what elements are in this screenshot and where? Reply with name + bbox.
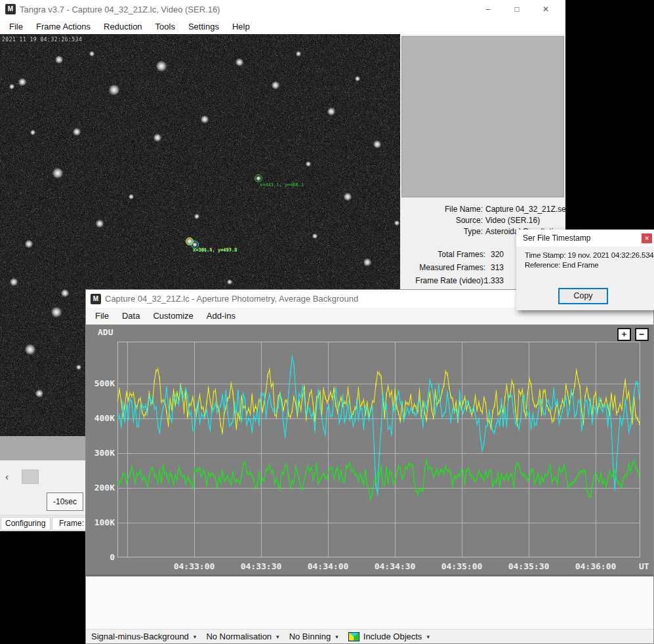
source-label: Source: (400, 216, 483, 225)
main-window-title: Tangra v3.7 - Capture 04_32_21Z.lc, Vide… (20, 5, 220, 14)
target-marker-green-label: x=443.1, y=466.1 (260, 182, 304, 188)
lc-menu-data[interactable]: Data (115, 308, 146, 324)
chevron-down-icon: ▾ (426, 634, 430, 640)
dropdown-binning[interactable]: No Binning ▾ (289, 632, 338, 641)
x-tick-2: 04:33:30 (238, 561, 284, 571)
y-tick-200k: 200K (87, 483, 115, 493)
video-timestamp-overlay: 2021 11 19 04:32:26:534 (2, 37, 82, 43)
type-label: Type: (400, 227, 483, 236)
y-tick-400k: 400K (87, 413, 115, 423)
dialog-close-button[interactable]: ✕ (642, 233, 652, 243)
x-tick-4: 04:34:30 (372, 561, 418, 571)
y-tick-300k: 300K (87, 448, 115, 458)
zoom-in-button[interactable]: + (617, 328, 631, 341)
dialog-title: Ser File Timestamp (523, 233, 590, 243)
dropdown-normalisation[interactable]: No Normalisation ▾ (206, 632, 279, 641)
dropdown-binning-label: No Binning (289, 632, 331, 641)
lc-menu-customize[interactable]: Customize (146, 308, 199, 324)
chevron-down-icon: ▾ (335, 634, 338, 640)
menu-settings[interactable]: Settings (182, 18, 226, 34)
x-tick-7: 04:36:00 (573, 561, 619, 571)
lc-menu-file[interactable]: File (89, 308, 115, 324)
dropdown-signal-mode-label: Signal-minus-Background (91, 632, 189, 641)
status-configuring: Configuring (1, 517, 51, 531)
frame-rate-value: 1.333 (466, 276, 504, 285)
ser-timestamp-dialog: Ser File Timestamp ✕ Time Stamp: 19 nov.… (516, 230, 654, 310)
target-marker-green[interactable] (255, 174, 262, 182)
chevron-down-icon: ▾ (194, 634, 197, 640)
lightcurve-window: M Capture 04_32_21Z.lc - Aperture Photom… (85, 289, 654, 644)
dropdown-include-objects-label: Include Objects (363, 632, 422, 641)
x-tick-6: 04:35:30 (506, 561, 552, 571)
rewind-10sec-button[interactable]: -10sec (47, 493, 83, 511)
main-titlebar[interactable]: M Tangra v3.7 - Capture 04_32_21Z.lc, Vi… (0, 0, 565, 18)
dropdown-signal-mode[interactable]: Signal-minus-Background ▾ (91, 632, 196, 641)
y-tick-0: 0 (87, 552, 115, 562)
source-row: Source: Video (SER.16) (400, 216, 563, 227)
lightcurve-window-title: Capture 04_32_21Z.lc - Aperture Photomet… (105, 294, 358, 304)
tangra-app-icon: M (5, 4, 16, 14)
file-name-row: File Name: Capture 04_32_21Z.ser (400, 205, 563, 216)
file-name-value: Capture 04_32_21Z.ser (485, 205, 569, 214)
x-tick-5: 04:35:00 (439, 561, 485, 571)
lightcurve-chart-area: ADU + − 500K 400K 300K 200K 100K 0 04:33… (86, 325, 653, 574)
x-tick-1: 04:33:00 (171, 561, 217, 571)
scrollbar-thumb[interactable] (22, 470, 39, 484)
chevron-down-icon: ▾ (276, 634, 279, 640)
menu-tools[interactable]: Tools (149, 18, 182, 34)
y-axis-title: ADU (98, 327, 113, 337)
x-axis-unit: UT (639, 561, 654, 571)
desktop: M Tangra v3.7 - Capture 04_32_21Z.lc, Vi… (0, 0, 654, 644)
copy-button[interactable]: Copy (558, 288, 608, 304)
tangra-app-icon: M (91, 294, 101, 304)
lightcurve-plot[interactable] (117, 342, 640, 557)
close-button[interactable]: ✕ (531, 0, 560, 18)
dropdown-normalisation-label: No Normalisation (206, 632, 272, 641)
total-frames-value: 320 (466, 250, 504, 259)
measured-frames-value: 313 (466, 263, 504, 272)
maximize-button[interactable]: □ (502, 0, 531, 18)
dialog-timestamp-line: Time Stamp: 19 nov. 2021 04:32:26.534 (525, 251, 654, 259)
objects-color-icon (348, 632, 359, 641)
psf-preview-box (401, 36, 564, 197)
chart-lower-panel (86, 574, 653, 629)
zoom-out-button[interactable]: − (635, 328, 649, 341)
file-name-label: File Name: (400, 205, 483, 214)
dialog-titlebar[interactable]: Ser File Timestamp ✕ (516, 230, 654, 247)
lc-menu-addins[interactable]: Add-ins (200, 308, 242, 324)
dropdown-include-objects[interactable]: Include Objects ▾ (348, 632, 430, 641)
target-marker-yellow-label: x=301.5, y=493.3 (193, 247, 237, 252)
menu-reduction[interactable]: Reduction (97, 18, 149, 34)
menu-frame-actions[interactable]: Frame Actions (30, 18, 97, 34)
main-menubar: File Frame Actions Reduction Tools Setti… (0, 18, 565, 34)
scrollbar-left-arrow-icon[interactable]: ‹ (5, 471, 9, 482)
dialog-reference-line: Reference: End Frame (525, 261, 598, 269)
y-tick-500k: 500K (87, 378, 115, 388)
source-value: Video (SER.16) (485, 216, 540, 225)
x-tick-3: 04:34:00 (305, 561, 351, 571)
minimize-button[interactable]: – (474, 0, 502, 18)
menu-file[interactable]: File (3, 18, 30, 34)
y-tick-100k: 100K (87, 517, 115, 527)
chart-toolbar: Signal-minus-Background ▾ No Normalisati… (86, 629, 653, 643)
menu-help[interactable]: Help (226, 18, 256, 34)
